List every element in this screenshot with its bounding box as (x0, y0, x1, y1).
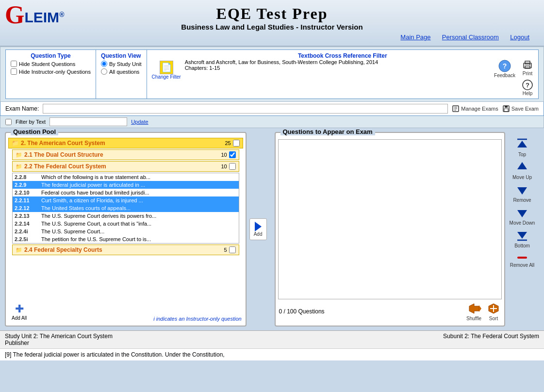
question-row-2211[interactable]: 2.2.11 Curt Smith, a citizen of Florida,… (13, 196, 239, 204)
top-btn[interactable]: Top (515, 137, 529, 157)
subunit-22-checkbox[interactable] (229, 163, 236, 170)
hide-student-checkbox[interactable] (11, 61, 17, 67)
textbook-info: Ashcroft and Ashcroft, Law for Business,… (185, 59, 490, 71)
main-content: Question Pool 📁 2. The American Court Sy… (0, 128, 544, 330)
subunit-22-count: 10 (221, 163, 227, 169)
subunit-24-title: 2.4 Federal Specialty Courts (24, 246, 102, 253)
filter-by-text-checkbox[interactable] (5, 119, 12, 125)
manage-exams-btn[interactable]: Manage Exams (452, 105, 498, 113)
hide-instructor-checkbox[interactable] (11, 68, 17, 75)
move-down-icon (515, 205, 529, 220)
logout-link[interactable]: Logout (510, 33, 529, 41)
question-row-229[interactable]: 2.2.9 The federal judicial power is arti… (13, 181, 239, 189)
add-all-btn[interactable]: ✚ Add All (12, 303, 27, 321)
question-pool-title: Question Pool (11, 128, 58, 135)
print-btn[interactable]: Print (522, 59, 533, 76)
add-btn[interactable]: Add (249, 218, 267, 240)
question-list[interactable]: 2.2.8 Which of the following is a true s… (12, 173, 239, 244)
exam-row: Exam Name: Manage Exams Save Exam (0, 102, 544, 116)
logo-leim: LEIM® (24, 9, 64, 26)
help-btn[interactable]: ? Help (522, 79, 533, 96)
appear-list[interactable] (278, 139, 502, 299)
move-up-btn[interactable]: Move Up (512, 160, 532, 180)
save-exam-btn[interactable]: Save Exam (502, 105, 539, 113)
sort-icon (486, 301, 501, 316)
subunit-22-icon: 📁 (16, 163, 22, 170)
textbook-panel: Textbook Cross Reference Filter 📄 Change… (147, 49, 539, 99)
svg-marker-16 (479, 305, 481, 312)
instructor-note: i indicates an Instructor-only question (152, 314, 243, 323)
subunit-24-icon: 📁 (16, 247, 22, 253)
chapter-2-count: 25 (225, 140, 231, 146)
sort-btn[interactable]: Sort (486, 301, 501, 321)
hide-instructor-label: Hide Instructor-only Questions (11, 68, 91, 75)
subunit-24-item[interactable]: 📁 2.4 Federal Specialty Courts 5 (12, 245, 239, 255)
feedback-btn[interactable]: ? Feedback (494, 59, 515, 78)
textbook-content: 📄 Change Filter Ashcroft and Ashcroft, L… (152, 59, 533, 96)
question-row-2213[interactable]: 2.2.13 The U.S. Supreme Court derives it… (13, 212, 239, 220)
svg-text:?: ? (503, 62, 507, 70)
bottom-icon (515, 228, 529, 243)
question-row-228[interactable]: 2.2.8 Which of the following is a true s… (13, 173, 239, 181)
main-page-link[interactable]: Main Page (400, 33, 430, 41)
exam-name-input[interactable] (43, 104, 448, 114)
all-questions-label: All questions (101, 68, 142, 75)
question-type-title: Question Type (11, 52, 91, 59)
by-study-unit-label: By Study Unit (101, 61, 142, 67)
remove-btn[interactable]: Remove (513, 182, 531, 203)
appear-footer: 0 / 100 Questions Shuffle (278, 299, 502, 323)
app-title: EQE Test Prep (10, 5, 534, 23)
move-down-btn[interactable]: Move Down (510, 205, 535, 226)
change-filter-btn[interactable]: 📄 Change Filter (152, 61, 181, 80)
filter-text-input[interactable] (49, 117, 127, 126)
chapter-folder-icon: 📁 (12, 140, 19, 147)
svg-text:?: ? (526, 82, 529, 89)
remove-all-icon (515, 253, 529, 262)
textbook-title: Textbook Cross Reference Filter (152, 52, 533, 59)
shuffle-btn[interactable]: Shuffle (466, 301, 481, 321)
subunit-24-count: 5 (224, 247, 227, 253)
subunit-21-checkbox[interactable] (229, 151, 236, 158)
chapter-2-checkbox[interactable] (233, 140, 240, 147)
svg-marker-21 (517, 141, 527, 147)
manage-exams-icon (452, 105, 460, 113)
print-icon (522, 59, 533, 71)
question-row-2214[interactable]: 2.2.14 The U.S. Supreme Court, a court t… (13, 220, 239, 228)
right-side: Questions to Appear on Exam 0 / 100 Ques… (275, 132, 540, 327)
exam-label: Exam Name: (5, 105, 39, 112)
top-icon (515, 137, 529, 151)
bottom-btn[interactable]: Bottom (514, 228, 530, 248)
help-icon: ? (522, 79, 533, 91)
appear-count: 0 / 100 Questions (279, 308, 325, 315)
svg-rect-14 (504, 109, 508, 112)
bottom-text: [9] The federal judicial power is articu… (0, 348, 544, 360)
add-btn-container: Add (247, 132, 270, 327)
print-btn-container: Print ? Help (522, 59, 533, 96)
question-row-2210[interactable]: 2.2.10 Federal courts have broad but lim… (13, 189, 239, 196)
question-row-224i[interactable]: 2.2.4i The U.S. Supreme Court... (13, 228, 239, 235)
subunit-22-item[interactable]: 📁 2.2 The Federal Court System 10 (12, 161, 239, 172)
svg-marker-23 (517, 187, 527, 195)
subunit-24-checkbox[interactable] (229, 246, 236, 253)
svg-marker-15 (469, 304, 479, 313)
by-study-unit-radio[interactable] (101, 61, 107, 67)
filter-update-btn[interactable]: Update (131, 119, 148, 125)
questions-appear-panel: Questions to Appear on Exam 0 / 100 Ques… (275, 132, 506, 327)
remove-all-btn[interactable]: Remove All (510, 253, 535, 268)
question-view-title: Question View (101, 52, 142, 59)
personal-classroom-link[interactable]: Personal Classroom (442, 33, 499, 41)
svg-rect-27 (517, 257, 527, 259)
logo-g: G (5, 2, 24, 28)
question-row-2212[interactable]: 2.2.12 The United States courts of appea… (13, 204, 239, 212)
chapter-2-item[interactable]: 📁 2. The American Court System 25 (8, 138, 243, 148)
move-up-icon (515, 160, 529, 174)
bottom-action-btns: Shuffle Sort (466, 301, 501, 321)
subunit-21-item[interactable]: 📁 2.1 The Dual Court Structure 10 (12, 149, 239, 160)
status-bar: Study Unit 2: The American Court System … (0, 330, 544, 348)
question-row-225i[interactable]: 2.2.5i The petition for the U.S. Supreme… (13, 235, 239, 243)
all-questions-radio[interactable] (101, 68, 107, 75)
questions-appear-title: Questions to Appear on Exam (280, 128, 375, 135)
question-pool-panel: Question Pool 📁 2. The American Court Sy… (5, 132, 247, 327)
shuffle-icon (467, 301, 481, 316)
app-subtitle: Business Law and Legal Studies - Instruc… (10, 23, 534, 31)
